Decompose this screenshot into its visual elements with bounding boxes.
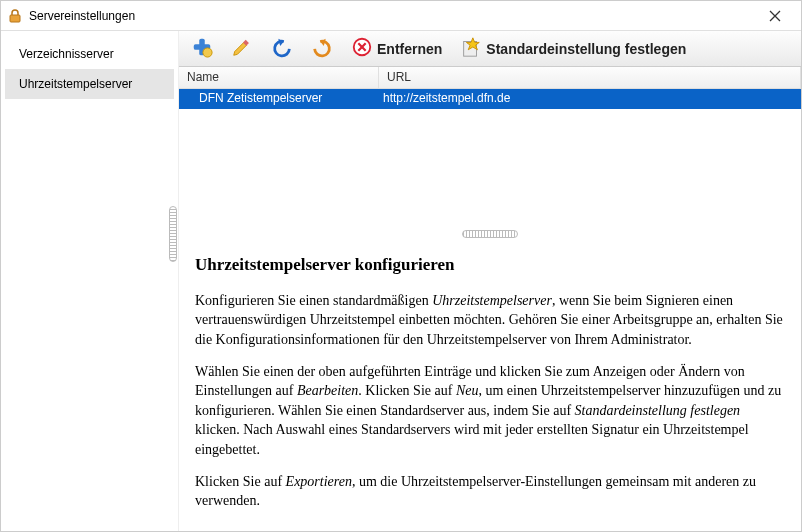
add-button[interactable] [185, 35, 219, 63]
lock-icon [7, 8, 23, 24]
sidebar: Verzeichnisserver Uhrzeitstempelserver [1, 31, 179, 531]
add-icon [191, 36, 213, 61]
sidebar-item-label: Uhrzeitstempelserver [19, 77, 132, 91]
table-row[interactable]: DFN Zetistempelserver http://zeitstempel… [179, 89, 801, 109]
window-title: Servereinstellungen [29, 9, 135, 23]
toolbar: Entfernen Standardeinstellung festlegen [179, 31, 801, 67]
column-name[interactable]: Name [179, 67, 379, 88]
svg-rect-0 [10, 15, 20, 22]
redo-button[interactable] [305, 35, 339, 63]
help-paragraph-3: Klicken Sie auf Exportieren, um die Uhrz… [195, 472, 785, 511]
main: Verzeichnisserver Uhrzeitstempelserver [1, 31, 801, 531]
svg-point-3 [203, 48, 212, 57]
cell-name: DFN Zetistempelserver [179, 89, 379, 109]
edit-icon [231, 36, 253, 61]
sidebar-item-timestamp-server[interactable]: Uhrzeitstempelserver [5, 69, 174, 99]
column-url[interactable]: URL [379, 67, 801, 88]
splitter-handle-horizontal[interactable] [462, 230, 518, 238]
help-heading: Uhrzeitstempelserver konfigurieren [195, 253, 785, 277]
set-default-button[interactable]: Standardeinstellung festlegen [454, 35, 692, 63]
server-table: Name URL DFN Zetistempelserver http://ze… [179, 67, 801, 227]
star-icon [460, 36, 482, 61]
redo-icon [311, 36, 333, 61]
remove-button[interactable]: Entfernen [345, 35, 448, 63]
help-pane: Uhrzeitstempelserver konfigurieren Konfi… [179, 241, 801, 531]
close-button[interactable] [755, 2, 795, 30]
set-default-label: Standardeinstellung festlegen [486, 41, 686, 57]
remove-icon [351, 36, 373, 61]
splitter-handle-vertical[interactable] [169, 206, 177, 262]
help-paragraph-2: Wählen Sie einen der oben aufgeführten E… [195, 362, 785, 460]
undo-icon [271, 36, 293, 61]
sidebar-item-directory-server[interactable]: Verzeichnisserver [5, 39, 174, 69]
sidebar-item-label: Verzeichnisserver [19, 47, 114, 61]
content: Entfernen Standardeinstellung festlegen … [179, 31, 801, 531]
help-paragraph-1: Konfigurieren Sie einen standardmäßigen … [195, 291, 785, 350]
titlebar: Servereinstellungen [1, 1, 801, 31]
cell-url: http://zeitstempel.dfn.de [379, 89, 801, 109]
splitter[interactable] [179, 227, 801, 241]
table-header: Name URL [179, 67, 801, 89]
undo-button[interactable] [265, 35, 299, 63]
edit-button[interactable] [225, 35, 259, 63]
remove-label: Entfernen [377, 41, 442, 57]
